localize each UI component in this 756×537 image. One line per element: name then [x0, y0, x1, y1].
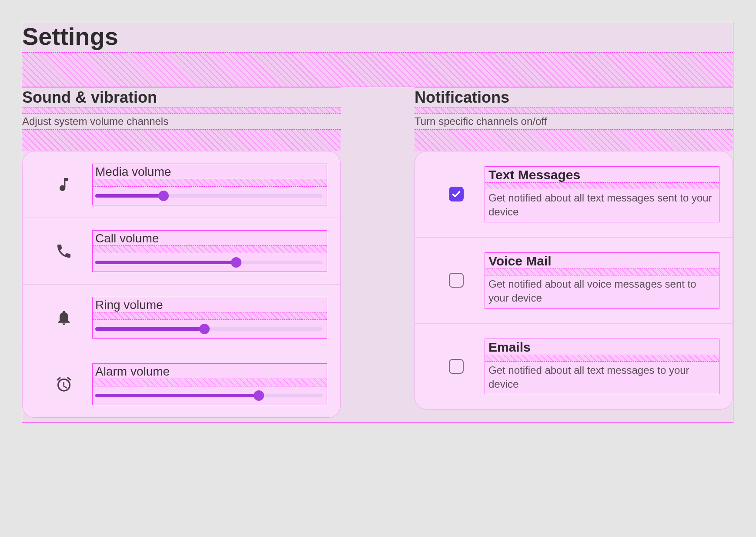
phone-icon [36, 242, 92, 260]
notification-row-voice-mail: Voice Mail Get notified about all voice … [415, 238, 733, 324]
media-volume-slider[interactable] [95, 191, 322, 201]
notification-desc: Get notified about all voice messages se… [485, 275, 719, 308]
music-note-icon [36, 176, 92, 193]
spacer [415, 107, 733, 114]
spacer [93, 312, 327, 320]
emails-checkbox[interactable] [449, 359, 464, 374]
spacer [22, 129, 341, 151]
alarm-icon [36, 376, 92, 393]
ring-volume-slider[interactable] [95, 324, 322, 334]
sound-section: Sound & vibration Adjust system volume c… [22, 87, 341, 422]
sound-subtitle: Adjust system volume channels [22, 114, 341, 129]
spacer [485, 355, 719, 362]
spacer [415, 129, 733, 151]
spacer [22, 107, 341, 114]
volume-label: Alarm volume [93, 364, 327, 379]
volume-row-ring: Ring volume [23, 285, 340, 351]
call-volume-slider[interactable] [95, 258, 322, 267]
notification-desc: Get notified about all text messages sen… [485, 189, 719, 222]
spacer [22, 52, 733, 87]
notifications-section: Notifications Turn specific channels on/… [415, 87, 733, 414]
page-title: Settings [22, 22, 733, 52]
notification-row-text-messages: Text Messages Get notified about all tex… [415, 151, 733, 238]
spacer [485, 268, 719, 275]
settings-page: Settings Sound & vibration Adjust system… [22, 22, 733, 423]
volume-row-media: Media volume [23, 151, 340, 218]
spacer [93, 179, 327, 187]
notifications-subtitle: Turn specific channels on/off [415, 114, 733, 129]
spacer [93, 379, 327, 386]
voice-mail-checkbox[interactable] [449, 273, 464, 288]
notification-title: Emails [485, 339, 719, 355]
text-messages-checkbox[interactable] [449, 187, 464, 201]
notification-title: Text Messages [485, 167, 719, 182]
notification-desc: Get notified about all text messages to … [485, 362, 719, 394]
bell-icon [36, 309, 92, 326]
volume-label: Call volume [93, 231, 327, 245]
alarm-volume-slider[interactable] [95, 391, 322, 400]
spacer [93, 245, 327, 253]
volume-row-alarm: Alarm volume [23, 351, 340, 417]
spacer [485, 182, 719, 189]
notifications-card: Text Messages Get notified about all tex… [415, 151, 733, 409]
volume-label: Media volume [93, 164, 327, 179]
volume-label: Ring volume [93, 297, 327, 312]
sound-title: Sound & vibration [22, 87, 341, 107]
notification-title: Voice Mail [485, 253, 719, 268]
volume-row-call: Call volume [23, 218, 340, 285]
notifications-title: Notifications [415, 87, 733, 107]
notification-row-emails: Emails Get notified about all text messa… [415, 324, 733, 409]
sound-card: Media volume [22, 151, 341, 418]
